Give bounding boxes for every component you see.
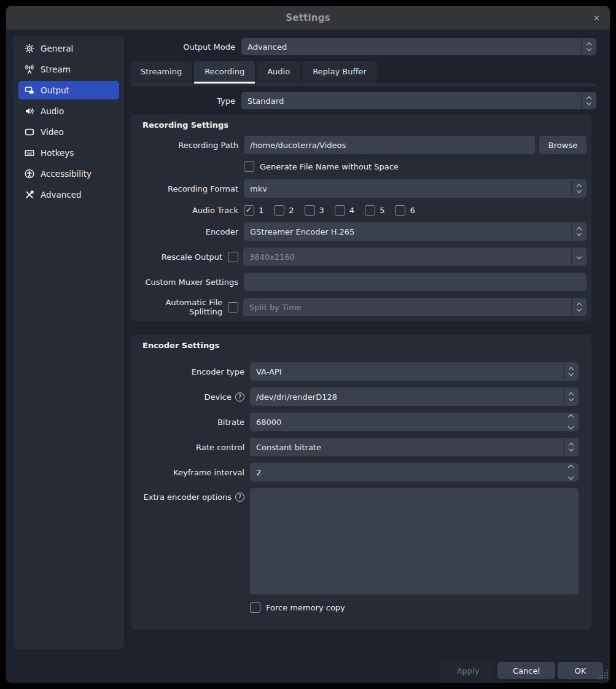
sidebar-item-stream[interactable]: Stream xyxy=(18,60,119,79)
recording-path-input[interactable] xyxy=(244,136,535,154)
antenna-icon xyxy=(25,64,34,74)
rate-control-select[interactable]: Constant bitrate xyxy=(250,438,579,456)
type-row: Type Standard xyxy=(130,92,596,109)
footer: Apply Cancel OK xyxy=(6,662,610,679)
encoder-type-label-text: Encoder type xyxy=(192,367,244,376)
help-glyph: ? xyxy=(238,494,241,500)
sidebar-item-advanced[interactable]: Advanced xyxy=(18,185,119,204)
resize-grip[interactable] xyxy=(599,670,609,682)
keyframe-interval-row: Keyframe interval 2 xyxy=(136,463,579,481)
rate-control-row: Rate control Constant bitrate xyxy=(136,438,579,456)
chevron-up-down-icon xyxy=(581,38,596,55)
apply-button[interactable]: Apply xyxy=(441,662,495,679)
audio-track-1: 1 xyxy=(244,205,263,216)
rate-control-label-text: Rate control xyxy=(196,443,244,452)
chevron-up-down-icon xyxy=(581,92,596,109)
cancel-button[interactable]: Cancel xyxy=(497,662,555,679)
type-select[interactable]: Standard xyxy=(241,92,596,109)
rescale-output-checkbox[interactable] xyxy=(228,252,238,262)
rate-control-label: Rate control xyxy=(136,443,244,452)
recording-format-label: Recording Format xyxy=(136,184,238,193)
audio-track-4-checkbox[interactable] xyxy=(335,205,345,216)
sidebar-item-hotkeys[interactable]: Hotkeys xyxy=(18,144,119,162)
gear-icon xyxy=(25,44,34,53)
sidebar-item-label: Stream xyxy=(41,64,71,74)
sidebar-item-general[interactable]: General xyxy=(18,39,119,58)
custom-muxer-input[interactable] xyxy=(244,273,587,291)
device-label-text: Device xyxy=(205,392,232,402)
browse-button[interactable]: Browse xyxy=(539,136,587,154)
tab-streaming[interactable]: Streaming xyxy=(130,61,192,84)
device-select[interactable]: /dev/dri/renderD128 xyxy=(250,387,579,406)
extra-encoder-options-label-text: Extra encoder options xyxy=(144,492,232,502)
force-memory-copy-checkbox[interactable] xyxy=(250,602,260,613)
auto-file-splitting-row: Automatic File Splitting Split by Time xyxy=(136,298,587,316)
sidebar-item-label: Hotkeys xyxy=(41,148,74,158)
audio-track-5-label: 5 xyxy=(380,206,384,215)
keyframe-interval-spinner[interactable]: 2 xyxy=(250,463,579,481)
chevron-down-icon xyxy=(571,247,587,266)
bitrate-label-text: Bitrate xyxy=(217,418,244,427)
audio-track-2-checkbox[interactable] xyxy=(274,205,284,216)
generate-file-name-checkbox[interactable] xyxy=(244,162,254,172)
auto-file-splitting-checkbox[interactable] xyxy=(228,302,238,313)
titlebar[interactable]: Settings ✕ xyxy=(6,6,610,29)
keyframe-interval-label-text: Keyframe interval xyxy=(173,468,244,477)
custom-muxer-label: Custom Muxer Settings xyxy=(136,278,238,287)
sidebar-item-label: Accessibility xyxy=(41,169,92,179)
tab-recording[interactable]: Recording xyxy=(194,61,255,84)
sidebar-item-audio[interactable]: Audio xyxy=(18,102,119,120)
spinner-arrows-icon[interactable] xyxy=(569,415,573,429)
encoder-settings-title: Encoder Settings xyxy=(142,341,579,350)
output-mode-select[interactable]: Advanced xyxy=(241,38,596,55)
chevron-up-down-icon xyxy=(571,222,587,241)
sidebar-item-label: Advanced xyxy=(41,190,82,200)
extra-encoder-options-textarea[interactable] xyxy=(250,488,579,594)
tab-replay-buffer[interactable]: Replay Buffer xyxy=(302,61,377,84)
sidebar-item-video[interactable]: Video xyxy=(18,123,119,141)
output-mode-value: Advanced xyxy=(241,42,287,52)
output-mode-label: Output Mode xyxy=(130,42,235,52)
spinner-arrows-icon[interactable] xyxy=(569,465,573,479)
encoder-type-value: VA-API xyxy=(250,367,282,376)
audio-track-6-checkbox[interactable] xyxy=(395,205,405,216)
keyframe-interval-value: 2 xyxy=(250,468,261,477)
audio-track-4: 4 xyxy=(335,205,354,216)
chevron-up-down-icon xyxy=(563,362,579,381)
sidebar-item-accessibility[interactable]: Accessibility xyxy=(18,165,119,183)
rescale-output-select[interactable]: 3840x2160 xyxy=(243,247,587,266)
bitrate-value: 68000 xyxy=(250,418,281,427)
audio-track-5-checkbox[interactable] xyxy=(365,205,375,216)
encoder-settings-panel: Encoder Settings Encoder type VA-API Dev… xyxy=(130,335,591,630)
recording-path-row: Recording Path Browse xyxy=(136,136,587,154)
help-icon[interactable]: ? xyxy=(235,492,244,502)
device-value: /dev/dri/renderD128 xyxy=(250,392,337,402)
accessibility-icon xyxy=(25,169,34,179)
help-icon[interactable]: ? xyxy=(235,392,244,402)
bitrate-spinner[interactable]: 68000 xyxy=(250,413,579,431)
audio-track-6: 6 xyxy=(395,205,415,216)
audio-track-3-checkbox[interactable] xyxy=(305,205,315,216)
output-tabs: Streaming Recording Audio Replay Buffer xyxy=(130,61,596,84)
ok-button[interactable]: OK xyxy=(558,662,603,679)
tab-audio[interactable]: Audio xyxy=(257,61,300,84)
close-icon[interactable]: ✕ xyxy=(593,6,600,29)
recording-settings-panel: Recording Settings Recording Path Browse… xyxy=(130,114,591,321)
auto-file-splitting-select[interactable]: Split by Time xyxy=(243,298,587,316)
recording-format-select[interactable]: mkv xyxy=(244,179,587,198)
force-memory-copy-row: Force memory copy xyxy=(250,602,579,613)
sidebar-item-label: General xyxy=(41,44,73,53)
audio-track-4-label: 4 xyxy=(349,206,354,215)
sidebar-item-output[interactable]: Output xyxy=(18,81,119,99)
force-memory-copy-label: Force memory copy xyxy=(266,603,345,612)
encoder-type-select[interactable]: VA-API xyxy=(250,362,579,381)
type-value: Standard xyxy=(241,96,284,106)
encoder-select[interactable]: GStreamer Encoder H.265 xyxy=(244,222,587,241)
speaker-icon xyxy=(25,106,34,116)
output-mode-row: Output Mode Advanced xyxy=(130,38,596,55)
audio-track-row: Audio Track 1 2 3 4 5 6 xyxy=(136,204,587,216)
chevron-up-down-icon xyxy=(571,298,587,316)
output-icon xyxy=(25,85,34,95)
audio-track-6-label: 6 xyxy=(410,206,415,215)
audio-track-1-checkbox[interactable] xyxy=(244,205,254,216)
